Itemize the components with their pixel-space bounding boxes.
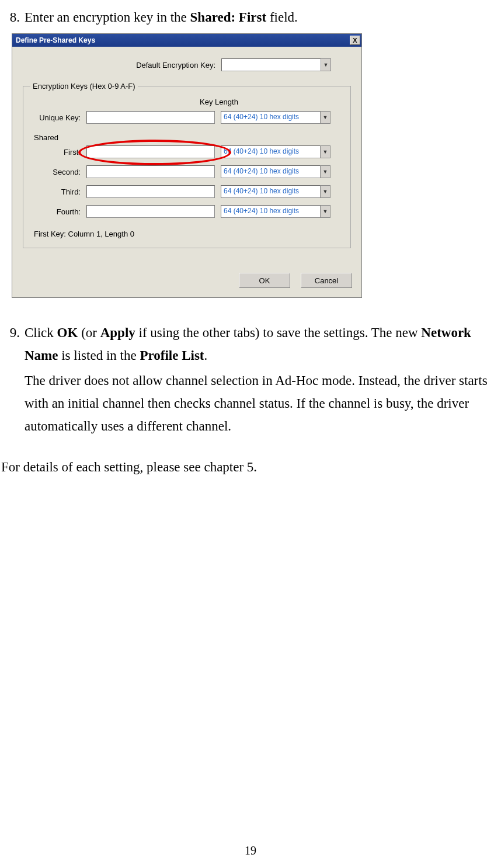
shared-first-length-dropdown[interactable]: 64 (40+24) 10 hex digits ▼ [221,145,330,158]
dropdown-button[interactable]: ▼ [320,111,330,124]
t: is listed in the [58,348,140,363]
close-button[interactable]: X [350,36,360,45]
shared-second-length-dropdown[interactable]: 64 (40+24) 10 hex digits ▼ [221,165,330,178]
page-number: 19 [0,844,501,857]
profile-list-text: Profile List [140,348,204,363]
shared-first-label: First: [30,148,86,157]
step-8-number: 8. [0,6,25,29]
unique-key-label: Unique Key: [30,113,86,122]
key-length-header: Key Length [30,96,343,111]
chevron-down-icon: ▼ [323,209,328,214]
t: . [204,348,208,363]
step-9-body: Click OK (or Apply if using the other ta… [25,321,501,438]
step-8-text-b: field. [266,10,298,25]
encryption-keys-fieldset: Encryption Keys (Hex 0-9 A-F) Key Length… [23,82,351,248]
fieldset-legend: Encryption Keys (Hex 0-9 A-F) [30,82,138,91]
shared-first-input[interactable] [86,145,215,158]
unique-key-length-value: 64 (40+24) 10 hex digits [221,111,320,124]
shared-label: Shared [30,131,343,145]
t: (or [78,325,100,340]
shared-fourth-length-dropdown[interactable]: 64 (40+24) 10 hex digits ▼ [221,205,330,218]
dropdown-button[interactable]: ▼ [320,145,330,158]
shared-third-row: Third: 64 (40+24) 10 hex digits ▼ [30,185,343,198]
shared-fourth-row: Fourth: 64 (40+24) 10 hex digits ▼ [30,205,343,218]
close-icon: X [353,37,357,44]
shared-third-input[interactable] [86,185,215,198]
chevron-down-icon: ▼ [323,149,328,155]
default-encryption-value [221,58,321,71]
unique-key-input[interactable] [86,111,215,124]
shared-third-label: Third: [30,188,86,196]
default-encryption-dropdown[interactable]: ▼ [221,58,331,71]
unique-key-row: Unique Key: 64 (40+24) 10 hex digits ▼ [30,111,343,124]
key-status-text: First Key: Column 1, Length 0 [30,225,343,239]
t: if using the other tabs) to save the set… [135,325,422,340]
step-8-bold: Shared: First [190,10,267,25]
chevron-down-icon: ▼ [323,169,328,175]
shared-second-length-value: 64 (40+24) 10 hex digits [221,165,320,178]
dropdown-button[interactable]: ▼ [321,58,331,71]
chevron-down-icon: ▼ [323,62,329,68]
shared-fourth-length-value: 64 (40+24) 10 hex digits [221,205,320,218]
shared-second-input[interactable] [86,165,215,178]
ok-button[interactable]: OK [239,273,290,288]
dropdown-button[interactable]: ▼ [320,185,330,198]
define-preshared-keys-dialog: Define Pre-Shared Keys X Default Encrypt… [12,33,362,298]
step-9-paragraph-2: The driver does not allow channel select… [25,369,497,438]
dialog-button-bar: OK Cancel [12,256,361,297]
shared-third-length-dropdown[interactable]: 64 (40+24) 10 hex digits ▼ [221,185,330,198]
chevron-down-icon: ▼ [323,189,328,195]
dropdown-button[interactable]: ▼ [320,165,330,178]
default-encryption-row: Default Encryption Key: ▼ [23,58,351,71]
shared-first-length-value: 64 (40+24) 10 hex digits [221,145,320,158]
step-8-body: Enter an encryption key in the Shared: F… [25,6,501,29]
apply-text: Apply [100,325,135,340]
default-encryption-label: Default Encryption Key: [23,61,221,70]
shared-third-length-value: 64 (40+24) 10 hex digits [221,185,320,198]
shared-second-row: Second: 64 (40+24) 10 hex digits ▼ [30,165,343,178]
chevron-down-icon: ▼ [323,114,328,120]
ok-text: OK [57,325,78,340]
step-8-text-a: Enter an encryption key in the [25,10,190,25]
dialog-titlebar: Define Pre-Shared Keys X [12,34,361,47]
shared-fourth-label: Fourth: [30,207,86,216]
dialog-body: Default Encryption Key: ▼ Encryption Key… [12,47,361,256]
shared-second-label: Second: [30,168,86,176]
step-9-number: 9. [0,321,25,344]
shared-fourth-input[interactable] [86,205,215,218]
unique-key-length-dropdown[interactable]: 64 (40+24) 10 hex digits ▼ [221,111,330,124]
dialog-title: Define Pre-Shared Keys [16,36,95,44]
shared-first-row: First: 64 (40+24) 10 hex digits ▼ [30,145,343,158]
footer-note: For details of each setting, please see … [0,456,501,478]
dropdown-button[interactable]: ▼ [320,205,330,218]
step-9: 9. Click OK (or Apply if using the other… [0,321,501,438]
step-8: 8. Enter an encryption key in the Shared… [0,6,501,29]
t: Click [25,325,57,340]
cancel-button[interactable]: Cancel [301,273,352,288]
